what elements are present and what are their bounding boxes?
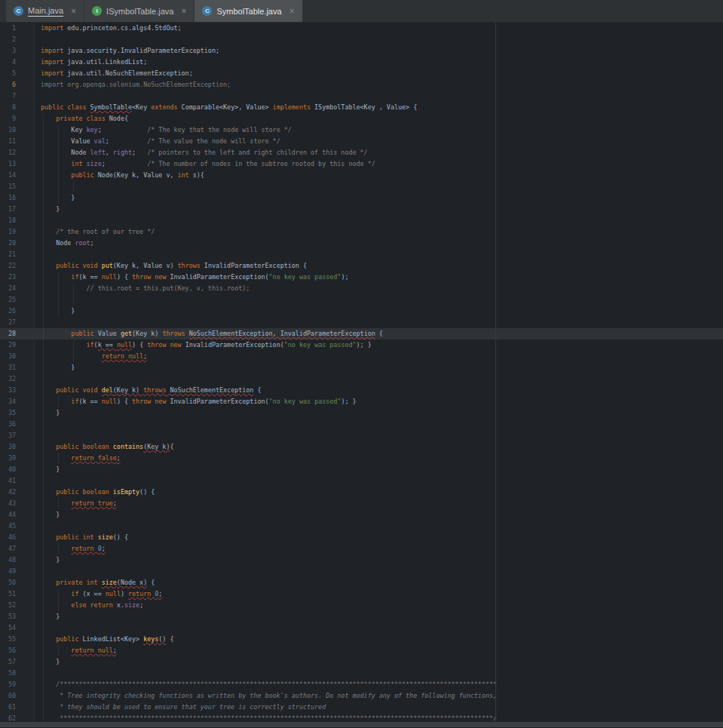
line-number[interactable]: 37 (0, 430, 35, 441)
code-line[interactable]: 60 * Tree integrity checking functions a… (0, 690, 723, 702)
code-line[interactable]: 6import org.openqa.selenium.NoSuchElemen… (0, 79, 723, 91)
line-number[interactable]: 5 (0, 68, 35, 79)
line-number[interactable]: 40 (0, 464, 35, 475)
line-number[interactable]: 58 (0, 668, 35, 679)
line-number[interactable]: 41 (0, 475, 35, 487)
editor-tab-main-java[interactable]: CMain.java× (6, 0, 84, 22)
line-number[interactable]: 30 (0, 351, 35, 362)
line-number[interactable]: 60 (0, 690, 35, 702)
line-number[interactable]: 50 (0, 577, 35, 588)
code-line[interactable]: 22 public void put(Key k, Value v) throw… (0, 260, 723, 272)
code-line[interactable]: 59 /************************************… (0, 679, 723, 690)
close-tab-icon[interactable]: × (290, 7, 295, 16)
code-line[interactable]: 36 (0, 419, 723, 430)
line-number[interactable]: 21 (0, 249, 35, 260)
code-line[interactable]: 27 (0, 317, 723, 328)
close-tab-icon[interactable]: × (71, 7, 76, 16)
code-line[interactable]: 14 public Node(Key k, Value v, int s){ (0, 170, 723, 181)
code-line[interactable]: 8public class SymbolTable<Key extends Co… (0, 102, 723, 113)
editor-tab-isymboltable-java[interactable]: IISymbolTable.java× (84, 0, 195, 22)
line-number[interactable]: 17 (0, 204, 35, 215)
code-line[interactable]: 28 public Value get(Key k) throws NoSuch… (0, 328, 723, 339)
code-line[interactable]: 5import java.util.NoSuchElementException… (0, 68, 723, 79)
code-line[interactable]: 61 * they should be used to ensure that … (0, 702, 723, 713)
line-number[interactable]: 22 (0, 260, 35, 272)
code-line[interactable]: 44 } (0, 509, 723, 521)
code-line[interactable]: 17 } (0, 204, 723, 215)
code-line[interactable]: 39 return false; (0, 453, 723, 464)
code-line[interactable]: 31 } (0, 362, 723, 373)
code-line[interactable]: 4import java.util.LinkedList; (0, 57, 723, 68)
line-number[interactable]: 51 (0, 588, 35, 600)
line-number[interactable]: 4 (0, 57, 35, 68)
close-tab-icon[interactable]: × (181, 7, 186, 16)
line-number[interactable]: 56 (0, 645, 35, 656)
line-number[interactable]: 10 (0, 124, 35, 136)
code-line[interactable]: 11 Value val; /* The value the node will… (0, 136, 723, 147)
code-line[interactable]: 52 else return x.size; (0, 600, 723, 611)
code-line[interactable]: 32 (0, 373, 723, 385)
code-line[interactable]: 43 return true; (0, 498, 723, 509)
code-line[interactable]: 9 private class Node{ (0, 113, 723, 124)
line-number[interactable]: 1 (0, 23, 35, 34)
code-line[interactable]: 13 int size; /* The number of nodes in t… (0, 158, 723, 170)
line-number[interactable]: 48 (0, 554, 35, 566)
code-line[interactable]: 50 private int size(Node x) { (0, 577, 723, 588)
line-number[interactable]: 55 (0, 634, 35, 645)
code-line[interactable]: 2 (0, 34, 723, 45)
line-number[interactable]: 54 (0, 622, 35, 634)
code-line[interactable]: 30 return null; (0, 351, 723, 362)
line-number[interactable]: 13 (0, 158, 35, 170)
line-number[interactable]: 19 (0, 226, 35, 238)
line-number[interactable]: 12 (0, 147, 35, 158)
line-number[interactable]: 31 (0, 362, 35, 373)
code-line[interactable]: 15 (0, 181, 723, 192)
line-number[interactable]: 46 (0, 532, 35, 543)
code-line[interactable]: 18 (0, 215, 723, 226)
code-line[interactable]: 24 // this.root = this.put(Key, v, this.… (0, 283, 723, 294)
line-number[interactable]: 34 (0, 396, 35, 407)
code-line[interactable]: 10 Key key; /* The key that the node wil… (0, 124, 723, 136)
line-number[interactable]: 3 (0, 45, 35, 57)
code-line[interactable]: 35 } (0, 407, 723, 419)
line-number[interactable]: 8 (0, 102, 35, 113)
code-line[interactable]: 40 } (0, 464, 723, 475)
line-number[interactable]: 61 (0, 702, 35, 713)
code-line[interactable]: 23 if(k == null) { throw new InvalidPara… (0, 272, 723, 283)
line-number[interactable]: 57 (0, 656, 35, 668)
code-line[interactable]: 34 if(k == null) { throw new InvalidPara… (0, 396, 723, 407)
line-number[interactable]: 25 (0, 294, 35, 306)
line-number[interactable]: 52 (0, 600, 35, 611)
line-number[interactable]: 32 (0, 373, 35, 385)
code-line[interactable]: 46 public int size() { (0, 532, 723, 543)
code-line[interactable]: 21 (0, 249, 723, 260)
line-number[interactable]: 24 (0, 283, 35, 294)
line-number[interactable]: 53 (0, 611, 35, 622)
code-line[interactable]: 7 (0, 91, 723, 102)
line-number[interactable]: 15 (0, 181, 35, 192)
code-line[interactable]: 38 public boolean contains(Key k){ (0, 441, 723, 453)
line-number[interactable]: 18 (0, 215, 35, 226)
code-line[interactable]: 3import java.security.InvalidParameterEx… (0, 45, 723, 57)
code-line[interactable]: 29 if(k == null) { throw new InvalidPara… (0, 339, 723, 351)
line-number[interactable]: 29 (0, 339, 35, 351)
code-line[interactable]: 49 (0, 566, 723, 577)
line-number[interactable]: 43 (0, 498, 35, 509)
horizontal-scrollbar[interactable] (0, 722, 723, 727)
code-line[interactable]: 19 /* the root of our tree */ (0, 226, 723, 238)
line-number[interactable]: 11 (0, 136, 35, 147)
code-line[interactable]: 51 if (x == null) return 0; (0, 588, 723, 600)
code-line[interactable]: 20 Node root; (0, 238, 723, 249)
line-number[interactable]: 26 (0, 306, 35, 317)
code-line[interactable]: 57 } (0, 656, 723, 668)
code-line[interactable]: 25 (0, 294, 723, 306)
code-line[interactable]: 56 return null; (0, 645, 723, 656)
line-number[interactable]: 27 (0, 317, 35, 328)
code-line[interactable]: 1import edu.princeton.cs.algs4.StdOut; (0, 23, 723, 34)
line-number[interactable]: 28 (0, 328, 35, 339)
line-number[interactable]: 47 (0, 543, 35, 554)
line-number[interactable]: 59 (0, 679, 35, 690)
code-line[interactable]: 26 } (0, 306, 723, 317)
line-number[interactable]: 7 (0, 91, 35, 102)
line-number[interactable]: 33 (0, 385, 35, 396)
